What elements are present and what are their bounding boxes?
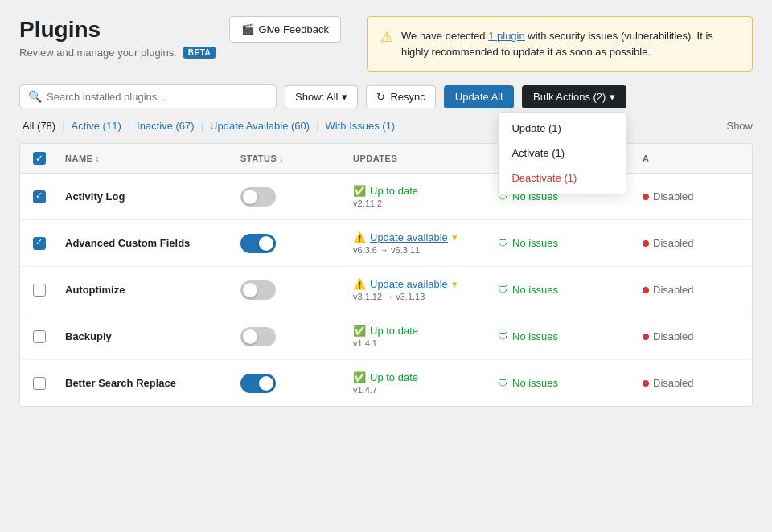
col-header-name: NAME ↕ — [65, 152, 240, 165]
checkbox-cell — [33, 377, 65, 390]
table-header: ✓ NAME ↕ STATUS ↕ UPDATES SECURITY ISSUE… — [20, 144, 752, 174]
filter-tab-update-available[interactable]: Update Available (60) — [207, 118, 313, 133]
table-row: Autoptimize ⚠️ Update available ▾ v3.1.1… — [20, 267, 752, 313]
up-to-date-label: ✅ Up to date — [353, 325, 498, 337]
bulk-actions-dropdown: Update (1) Activate (1) Deactivate (1) — [498, 112, 626, 194]
plugins-table: ✓ NAME ↕ STATUS ↕ UPDATES SECURITY ISSUE… — [19, 143, 753, 407]
update-link[interactable]: Update available — [370, 231, 448, 243]
chevron-down-icon: ▾ — [610, 91, 615, 103]
version-text: v1.4.1 — [353, 338, 498, 348]
shield-icon: 🛡 — [498, 284, 508, 296]
search-icon: 🔍 — [28, 90, 42, 103]
chevron-icon: ▾ — [452, 278, 458, 290]
status-cell: Disabled — [643, 284, 739, 296]
update-cell: ✅ Up to date v2.11.2 — [353, 185, 498, 208]
alert-banner: ⚠ We have detected 1 plugin with securit… — [367, 16, 753, 72]
page-subtitle: Review and manage your plugins. — [19, 47, 177, 59]
toolbar: 🔍 Show: All ▾ ↻ Resync Update All Bulk A… — [19, 84, 753, 108]
filter-tabs: All (78) | Active (11) | Inactive (67) |… — [19, 118, 753, 133]
status-cell: Disabled — [643, 377, 739, 389]
security-cell: 🛡 No issues — [498, 237, 643, 249]
check-icon: ✅ — [353, 185, 366, 197]
search-input[interactable] — [47, 91, 268, 103]
status-dot — [643, 240, 649, 247]
resync-icon: ↻ — [376, 91, 385, 103]
col-header-updates: UPDATES — [353, 152, 498, 165]
plugin-name: Autoptimize — [65, 284, 240, 296]
version-text: v2.11.2 — [353, 198, 498, 208]
dropdown-item-update[interactable]: Update (1) — [499, 116, 626, 141]
checkbox-cell — [33, 284, 65, 297]
table-row: Better Search Replace ✅ Up to date v1.4.… — [20, 360, 752, 406]
filter-tab-with-issues[interactable]: With Issues (1) — [322, 118, 399, 133]
up-to-date-label: ✅ Up to date — [353, 371, 498, 383]
status-toggle[interactable] — [240, 374, 276, 393]
feedback-icon: 🎬 — [241, 23, 254, 35]
check-icon: ✅ — [353, 371, 366, 383]
status-toggle[interactable] — [240, 234, 276, 253]
beta-badge: BETA — [183, 47, 216, 59]
page-title: Plugins — [19, 16, 216, 43]
row-checkbox[interactable] — [33, 284, 46, 297]
status-cell: Disabled — [643, 190, 739, 203]
table-row: Activity Log ✅ Up to date v2.11.2 🛡 No i… — [20, 174, 752, 220]
show-count-label: Show — [726, 120, 753, 132]
version-text: v6.3.6 → v6.3.11 — [353, 245, 498, 255]
filter-tab-inactive[interactable]: Inactive (67) — [133, 118, 198, 133]
row-checkbox[interactable] — [33, 330, 46, 343]
resync-button[interactable]: ↻ Resync — [366, 85, 435, 108]
alert-link[interactable]: 1 plugin — [488, 30, 525, 42]
checkbox-cell — [33, 190, 65, 203]
search-box: 🔍 — [19, 84, 277, 108]
give-feedback-button[interactable]: 🎬 Give Feedback — [229, 16, 341, 43]
update-cell: ⚠️ Update available ▾ v6.3.6 → v6.3.11 — [353, 231, 498, 255]
dropdown-item-activate[interactable]: Activate (1) — [499, 141, 626, 166]
update-cell: ⚠️ Update available ▾ v3.1.12 → v3.1.13 — [353, 278, 498, 301]
security-cell: 🛡 No issues — [498, 377, 643, 389]
version-text: v1.4.7 — [353, 385, 498, 395]
col-header-actions: A — [643, 152, 739, 165]
shield-icon: 🛡 — [498, 330, 508, 342]
warning-icon: ⚠️ — [353, 278, 366, 290]
warning-icon: ⚠️ — [353, 231, 366, 243]
security-cell: 🛡 No issues — [498, 330, 643, 342]
plugin-name: Advanced Custom Fields — [65, 237, 240, 249]
toggle-cell — [240, 234, 353, 253]
toggle-cell — [240, 280, 353, 300]
toggle-cell — [240, 187, 353, 207]
row-checkbox[interactable] — [33, 237, 46, 250]
toggle-cell — [240, 327, 353, 346]
select-all-checkbox[interactable]: ✓ — [33, 152, 46, 165]
update-cell: ✅ Up to date v1.4.7 — [353, 371, 498, 395]
shield-icon: 🛡 — [498, 237, 508, 249]
table-row: Advanced Custom Fields ⚠️ Update availab… — [20, 220, 752, 267]
version-text: v3.1.12 → v3.1.13 — [353, 292, 498, 301]
bulk-actions-button[interactable]: Bulk Actions (2) ▾ — [522, 85, 626, 108]
update-available-label: ⚠️ Update available ▾ — [353, 231, 498, 243]
update-all-button[interactable]: Update All — [444, 85, 514, 108]
show-dropdown[interactable]: Show: All ▾ — [285, 85, 358, 108]
filter-tab-active[interactable]: Active (11) — [68, 118, 125, 133]
shield-icon: 🛡 — [498, 377, 508, 389]
row-checkbox[interactable] — [33, 190, 46, 203]
update-link[interactable]: Update available — [370, 278, 448, 290]
table-row: Backuply ✅ Up to date v1.4.1 🛡 No issues… — [20, 313, 752, 360]
toggle-cell — [240, 374, 353, 393]
row-checkbox[interactable] — [33, 377, 46, 390]
up-to-date-label: ✅ Up to date — [353, 185, 498, 197]
status-dot — [643, 334, 649, 340]
dropdown-item-deactivate[interactable]: Deactivate (1) — [499, 166, 626, 190]
plugin-name: Backuply — [65, 330, 240, 342]
status-toggle[interactable] — [240, 187, 276, 207]
sort-icon: ↕ — [95, 154, 100, 163]
status-toggle[interactable] — [240, 280, 276, 300]
checkbox-cell — [33, 330, 65, 343]
plugin-name: Activity Log — [65, 190, 240, 203]
bulk-actions-wrapper: Bulk Actions (2) ▾ Update (1) Activate (… — [522, 85, 626, 108]
security-cell: 🛡 No issues — [498, 284, 643, 296]
col-header-status: STATUS ↕ — [240, 152, 353, 165]
filter-tab-all[interactable]: All (78) — [19, 118, 59, 133]
status-toggle[interactable] — [240, 327, 276, 346]
status-cell: Disabled — [643, 237, 739, 249]
chevron-icon: ▾ — [452, 231, 458, 243]
